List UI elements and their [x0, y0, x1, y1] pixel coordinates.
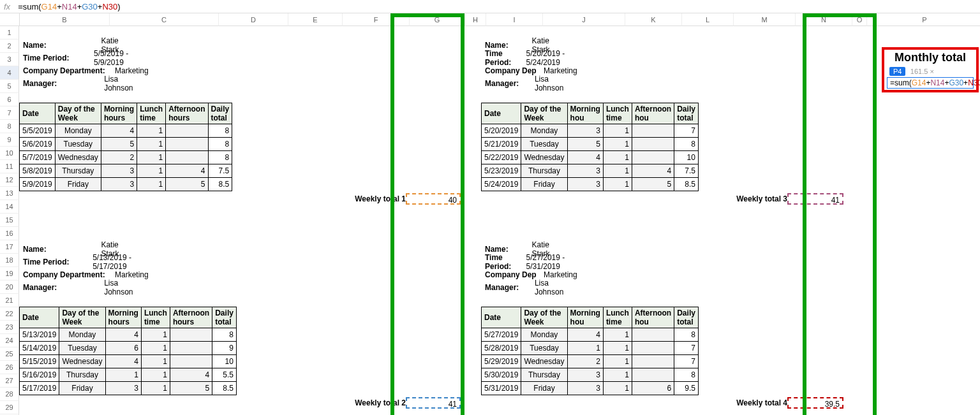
row-header-17[interactable]: 17	[0, 240, 19, 254]
cell[interactable]: 5/17/2019	[20, 382, 59, 395]
col-header-i[interactable]: I	[486, 13, 543, 26]
cell[interactable]: 5/5/2019	[20, 124, 56, 138]
cell[interactable]: 10	[674, 151, 699, 164]
corner-cell[interactable]	[0, 13, 20, 26]
row-header-19[interactable]: 19	[0, 267, 19, 280]
cell[interactable]: 5/28/2019	[482, 342, 521, 355]
cell[interactable]: 1	[105, 368, 141, 382]
weekly-total-value[interactable]: 41	[406, 397, 461, 409]
cell[interactable]: Monday	[55, 124, 101, 138]
cell[interactable]: 5/9/2019	[20, 178, 56, 191]
row-header-12[interactable]: 12	[0, 173, 19, 187]
cell[interactable]: 5/30/2019	[482, 368, 521, 382]
cell[interactable]: 5/21/2019	[482, 138, 521, 151]
cell[interactable]: 1	[603, 368, 632, 382]
cell[interactable]: 9	[212, 342, 237, 355]
cell[interactable]: 1	[141, 328, 170, 342]
cell[interactable]: 3	[101, 178, 137, 191]
col-header-o[interactable]: O	[852, 13, 867, 26]
cell[interactable]	[166, 138, 208, 151]
cell[interactable]: 5/6/2019	[20, 138, 56, 151]
cell[interactable]: Tuesday	[59, 342, 105, 355]
cell[interactable]: 8.5	[212, 382, 237, 395]
cell[interactable]: 7.5	[208, 164, 232, 178]
row-header-15[interactable]: 15	[0, 214, 19, 227]
cell[interactable]: Tuesday	[55, 138, 101, 151]
cell[interactable]: 5	[170, 382, 212, 395]
cell[interactable]: 2	[567, 355, 603, 368]
cell[interactable]: Friday	[55, 178, 101, 191]
cell[interactable]	[632, 342, 674, 355]
cell[interactable]: 5	[101, 138, 137, 151]
cell[interactable]: 5/16/2019	[20, 368, 59, 382]
cell[interactable]: 5/7/2019	[20, 151, 56, 164]
row-header-8[interactable]: 8	[0, 120, 19, 133]
cell[interactable]: 6	[105, 342, 141, 355]
row-header-11[interactable]: 11	[0, 160, 19, 173]
cell[interactable]: 4	[105, 355, 141, 368]
col-header-c[interactable]: C	[110, 13, 219, 26]
cell[interactable]: 7.5	[674, 164, 699, 178]
cell[interactable]: Monday	[59, 328, 105, 342]
cell[interactable]: 3	[567, 368, 603, 382]
cell[interactable]: Tuesday	[521, 342, 567, 355]
cell[interactable]: Friday	[521, 382, 567, 395]
row-header-20[interactable]: 20	[0, 280, 19, 294]
row-header-14[interactable]: 14	[0, 200, 19, 214]
row-header-9[interactable]: 9	[0, 133, 19, 147]
col-header-d[interactable]: D	[219, 13, 288, 26]
cell[interactable]: 5	[166, 178, 208, 191]
cell[interactable]: 1	[137, 124, 166, 138]
col-header-n[interactable]: N	[796, 13, 852, 26]
cell[interactable]: 7	[674, 342, 699, 355]
active-cell-formula[interactable]: =sum(G14+N14+G30+N30)	[887, 77, 974, 89]
cell[interactable]: 1	[141, 342, 170, 355]
cell[interactable]: 10	[212, 355, 237, 368]
col-header-b[interactable]: B	[20, 13, 110, 26]
cell[interactable]	[632, 124, 674, 138]
cell[interactable]: 5	[567, 138, 603, 151]
cell[interactable]: Thursday	[521, 368, 567, 382]
row-header-28[interactable]: 28	[0, 388, 19, 401]
cell[interactable]: 1	[141, 355, 170, 368]
cell[interactable]: 7	[674, 355, 699, 368]
cell[interactable]: 8	[674, 138, 699, 151]
cell[interactable]: 1	[603, 355, 632, 368]
cell[interactable]: 8	[674, 368, 699, 382]
cell[interactable]: 1	[603, 382, 632, 395]
cell[interactable]: 1	[603, 124, 632, 138]
cell[interactable]	[166, 124, 208, 138]
formula-bar-text[interactable]: =sum(G14+N14+G30+N30)	[18, 2, 120, 11]
row-header-18[interactable]: 18	[0, 254, 19, 267]
row-header-4[interactable]: 4	[0, 66, 19, 80]
cell[interactable]: 5/24/2019	[482, 178, 521, 191]
row-header-27[interactable]: 27	[0, 374, 19, 388]
cell[interactable]: 4	[567, 328, 603, 342]
cell[interactable]: 1	[603, 328, 632, 342]
cell[interactable]	[632, 138, 674, 151]
cell[interactable]	[170, 342, 212, 355]
cell[interactable]: Friday	[521, 178, 567, 191]
cell[interactable]: Tuesday	[521, 138, 567, 151]
cell[interactable]: 6	[632, 382, 674, 395]
cell[interactable]: 4	[632, 164, 674, 178]
row-header-29[interactable]: 29	[0, 401, 19, 414]
cell[interactable]: 8.5	[208, 178, 232, 191]
cell[interactable]: 1	[603, 138, 632, 151]
row-header-6[interactable]: 6	[0, 93, 19, 106]
cell[interactable]: Monday	[521, 328, 567, 342]
cell[interactable]: 3	[567, 164, 603, 178]
cell[interactable]: 3	[567, 382, 603, 395]
cell[interactable]: 5/23/2019	[482, 164, 521, 178]
row-header-7[interactable]: 7	[0, 106, 19, 120]
cell[interactable]: 3	[105, 382, 141, 395]
col-header-j[interactable]: J	[543, 13, 625, 26]
cell[interactable]: Wednesday	[521, 355, 567, 368]
cell[interactable]: Monday	[521, 124, 567, 138]
row-header-2[interactable]: 2	[0, 40, 19, 53]
cell[interactable]: 1	[137, 151, 166, 164]
cell[interactable]: 5/15/2019	[20, 355, 59, 368]
cell[interactable]: 1	[141, 382, 170, 395]
cell[interactable]: 5/20/2019	[482, 124, 521, 138]
cell[interactable]: 2	[101, 151, 137, 164]
